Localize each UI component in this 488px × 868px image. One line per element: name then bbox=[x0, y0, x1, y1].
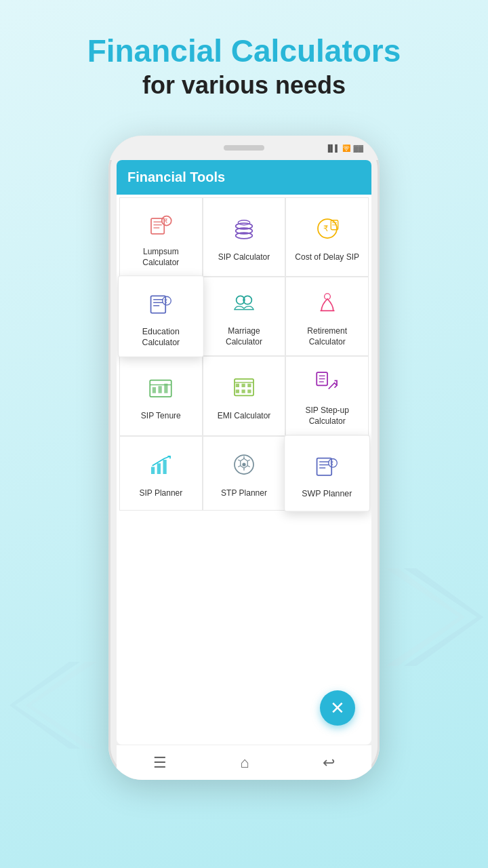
svg-rect-47 bbox=[157, 463, 161, 474]
page-title-main: Financial Calculators bbox=[27, 34, 461, 68]
home-icon[interactable]: ⌂ bbox=[240, 754, 249, 772]
svg-rect-35 bbox=[236, 384, 239, 387]
marriage-icon bbox=[230, 288, 258, 321]
battery-icon: ▓▓ bbox=[353, 144, 363, 152]
cost-delay-label: Cost of Delay SIP bbox=[295, 252, 359, 263]
grid-row-2: SIP Tenure EMI Calculator SIP Step-up Ca… bbox=[119, 356, 369, 435]
grid-row-1: ₹ Education Calculator Marriage Calculat… bbox=[119, 277, 369, 356]
retirement-label: Retirement Calculator bbox=[291, 326, 363, 347]
stp-label: STP Planner bbox=[221, 488, 267, 499]
phone-status-icons: ▐▌▌ 🛜 ▓▓ bbox=[325, 144, 363, 152]
svg-text:₹: ₹ bbox=[331, 460, 334, 467]
phone-mockup: ▐▌▌ 🛜 ▓▓ Financial Tools ₹ Lumpsum Calcu… bbox=[108, 136, 380, 780]
marriage-label: Marriage Calculator bbox=[209, 326, 280, 347]
app-bar: Financial Tools bbox=[117, 160, 371, 195]
svg-marker-1 bbox=[386, 568, 465, 666]
grid-cell-cost-delay[interactable]: ₹ Cost of Delay SIP bbox=[285, 197, 369, 277]
app-bar-title: Financial Tools bbox=[127, 170, 225, 184]
bottom-nav: ☰ ⌂ ↩ bbox=[117, 745, 371, 780]
svg-text:₹: ₹ bbox=[165, 298, 168, 304]
emi-icon bbox=[230, 373, 258, 406]
svg-text:₹: ₹ bbox=[323, 224, 329, 233]
phone-screen: Financial Tools ₹ Lumpsum Calculator SIP… bbox=[117, 160, 371, 745]
svg-rect-31 bbox=[152, 387, 156, 393]
lumpsum-label: Lumpsum Calculator bbox=[125, 247, 197, 268]
page-title-sub: for various needs bbox=[27, 71, 461, 100]
svg-marker-3 bbox=[26, 662, 96, 749]
fab-button[interactable]: ✕ bbox=[320, 690, 355, 726]
svg-text:₹: ₹ bbox=[165, 218, 169, 224]
swp-icon: ₹ bbox=[312, 450, 342, 483]
grid-cell-sip[interactable]: SIP Calculator bbox=[203, 197, 286, 277]
svg-point-50 bbox=[242, 462, 245, 466]
emi-label: EMI Calculator bbox=[218, 411, 271, 422]
signal-icon: ▐▌▌ bbox=[325, 144, 340, 152]
grid-cell-marriage[interactable]: Marriage Calculator bbox=[203, 277, 286, 356]
phone-top-bar: ▐▌▌ 🛜 ▓▓ bbox=[108, 136, 380, 160]
sip-tenure-icon bbox=[146, 373, 175, 406]
grid-cell-sip-stepup[interactable]: SIP Step-up Calculator bbox=[285, 356, 369, 435]
sip-planner-label: SIP Planner bbox=[139, 488, 182, 499]
wifi-icon: 🛜 bbox=[342, 144, 350, 152]
svg-line-56 bbox=[238, 460, 241, 461]
svg-rect-38 bbox=[236, 390, 239, 393]
svg-rect-39 bbox=[242, 390, 245, 393]
sip-stepup-icon bbox=[313, 368, 342, 400]
svg-rect-32 bbox=[159, 386, 162, 393]
sip-icon bbox=[230, 214, 258, 247]
svg-rect-33 bbox=[165, 384, 168, 393]
grid-row-0: ₹ Lumpsum Calculator SIP Calculator ₹ Co… bbox=[119, 197, 369, 277]
close-icon: ✕ bbox=[330, 698, 345, 719]
sip-label: SIP Calculator bbox=[218, 252, 270, 263]
phone-speaker bbox=[224, 145, 264, 151]
lumpsum-icon: ₹ bbox=[146, 209, 175, 241]
education-icon: ₹ bbox=[146, 288, 176, 321]
grid-cell-stp[interactable]: STP Planner bbox=[203, 436, 286, 511]
grid-container: ₹ Lumpsum Calculator SIP Calculator ₹ Co… bbox=[117, 195, 371, 745]
sip-planner-icon bbox=[146, 450, 175, 483]
menu-icon[interactable]: ☰ bbox=[153, 754, 167, 772]
retirement-icon bbox=[313, 288, 342, 321]
sip-stepup-label: SIP Step-up Calculator bbox=[291, 406, 363, 427]
education-label: Education Calculator bbox=[124, 327, 197, 349]
grid-cell-sip-planner[interactable]: SIP Planner bbox=[119, 436, 203, 511]
grid-cell-lumpsum[interactable]: ₹ Lumpsum Calculator bbox=[119, 197, 203, 277]
cost-delay-icon: ₹ bbox=[313, 214, 342, 247]
grid-cell-swp[interactable]: ₹ SWP Planner bbox=[285, 435, 370, 511]
swp-label: SWP Planner bbox=[302, 488, 352, 499]
svg-line-55 bbox=[238, 466, 241, 467]
grid-cell-retirement[interactable]: Retirement Calculator bbox=[285, 277, 369, 356]
svg-rect-48 bbox=[163, 460, 167, 474]
back-icon[interactable]: ↩ bbox=[323, 754, 335, 772]
stp-icon bbox=[230, 450, 258, 483]
grid-cell-education[interactable]: ₹ Education Calculator bbox=[118, 275, 203, 357]
sip-tenure-label: SIP Tenure bbox=[141, 411, 181, 422]
grid-cell-emi[interactable]: EMI Calculator bbox=[203, 356, 286, 435]
grid-cell-sip-tenure[interactable]: SIP Tenure bbox=[119, 356, 203, 435]
svg-rect-37 bbox=[247, 384, 251, 387]
svg-rect-40 bbox=[247, 390, 251, 393]
svg-line-52 bbox=[247, 460, 250, 461]
grid-row-3: SIP Planner STP Planner ₹ SWP Planner bbox=[119, 436, 369, 511]
svg-rect-46 bbox=[151, 467, 155, 474]
svg-line-53 bbox=[247, 466, 250, 467]
svg-rect-36 bbox=[242, 384, 245, 387]
